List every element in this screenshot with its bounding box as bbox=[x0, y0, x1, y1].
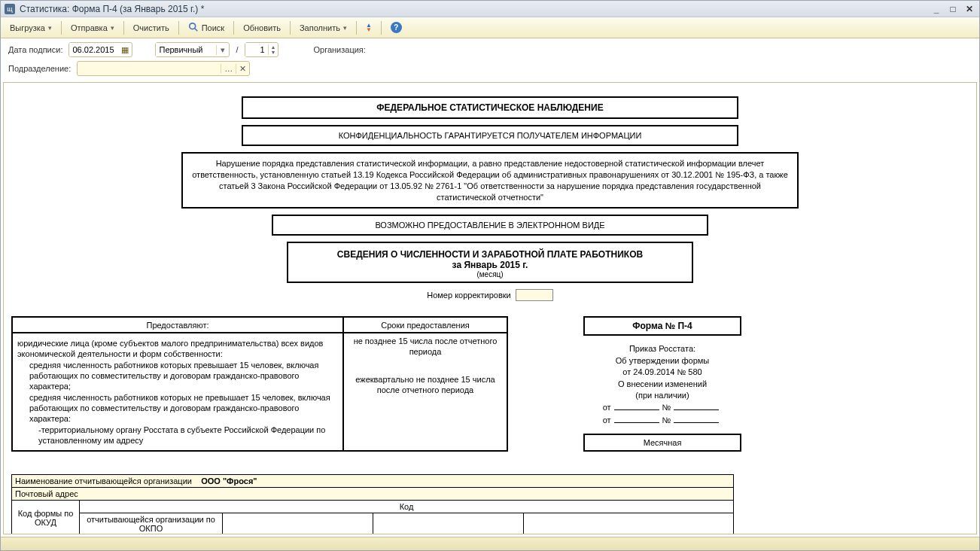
search-icon bbox=[188, 22, 199, 34]
fill-button[interactable]: Заполнить▾ bbox=[294, 20, 352, 36]
sort-button[interactable]: ▲▼ bbox=[361, 20, 377, 36]
clear-button[interactable]: Очистить bbox=[128, 20, 175, 36]
correction-input[interactable] bbox=[516, 289, 553, 301]
info-title: СВЕДЕНИЯ О ЧИСЛЕННОСТИ И ЗАРАБОТНОЙ ПЛАТ… bbox=[296, 249, 684, 260]
type-combo[interactable]: ▾ bbox=[155, 42, 230, 57]
separator bbox=[356, 21, 357, 35]
chevron-down-icon: ▾ bbox=[111, 24, 114, 32]
separator bbox=[233, 21, 234, 35]
help-button[interactable]: ? bbox=[385, 20, 407, 36]
table-org: Наименование отчитывающейся организации … bbox=[11, 474, 734, 534]
box-electronic: ВОЗМОЖНО ПРЕДОСТАВЛЕНИЕ В ЭЛЕКТРОННОМ ВИ… bbox=[272, 215, 708, 236]
code-header: Код bbox=[80, 501, 734, 513]
date-label: Дата подписи: bbox=[8, 45, 62, 54]
okud-label: Код формы по ОКУД bbox=[12, 501, 80, 534]
find-button[interactable]: Поиск bbox=[183, 20, 230, 36]
minimize-button[interactable]: _ bbox=[930, 3, 942, 15]
help-icon: ? bbox=[391, 22, 402, 33]
separator bbox=[381, 21, 382, 35]
box-info: СВЕДЕНИЯ О ЧИСЛЕННОСТИ И ЗАРАБОТНОЙ ПЛАТ… bbox=[287, 242, 693, 283]
form-number: Форма № П-4 bbox=[583, 316, 741, 336]
ellipsis-icon[interactable]: … bbox=[221, 64, 236, 73]
up-icon[interactable]: ▲ bbox=[271, 44, 276, 50]
separator bbox=[61, 21, 62, 35]
layout-3col: Предоставляют: Сроки предоставления юрид… bbox=[11, 316, 969, 452]
box-federal: ФЕДЕРАЛЬНОЕ СТАТИСТИЧЕСКОЕ НАБЛЮДЕНИЕ bbox=[242, 96, 738, 119]
subdiv-label: Подразделение: bbox=[8, 64, 71, 73]
chevron-down-icon[interactable]: ▾ bbox=[216, 45, 229, 55]
maximize-button[interactable]: □ bbox=[947, 3, 959, 15]
type-input[interactable] bbox=[156, 43, 216, 56]
org-name-label: Наименование отчитывающейся организации bbox=[15, 476, 192, 486]
svg-point-0 bbox=[189, 23, 195, 29]
refresh-button[interactable]: Обновить bbox=[238, 20, 286, 36]
app-icon: щ bbox=[5, 4, 15, 14]
box-confidential: КОНФИДЕНЦИАЛЬНОСТЬ ГАРАНТИРУЕТСЯ ПОЛУЧАТ… bbox=[242, 125, 738, 146]
svg-line-1 bbox=[194, 28, 197, 31]
subdiv-field[interactable]: … ✕ bbox=[77, 61, 250, 76]
date-field[interactable]: ▦ bbox=[68, 42, 132, 57]
order-info: Приказ Росстата: Об утверждении формы от… bbox=[583, 343, 741, 426]
table-provide: Предоставляют: Сроки предоставления юрид… bbox=[11, 316, 508, 452]
titlebar: щ Статистика: Форма П-4 (за Январь 2015 … bbox=[1, 1, 979, 17]
org-name-row: Наименование отчитывающейся организации … bbox=[12, 475, 734, 488]
periodicity: Месячная bbox=[583, 434, 741, 452]
clear-icon[interactable]: ✕ bbox=[236, 64, 249, 74]
down-icon[interactable]: ▼ bbox=[271, 50, 276, 55]
window-title: Статистика: Форма П-4 (за Январь 2015 г.… bbox=[20, 4, 204, 14]
post-addr-row: Почтовый адрес bbox=[12, 488, 734, 501]
app-window: щ Статистика: Форма П-4 (за Январь 2015 … bbox=[0, 0, 980, 551]
params-row-1: Дата подписи: ▦ ▾ / ▲▼ Организация: bbox=[1, 38, 979, 61]
form-meta: Форма № П-4 Приказ Росстата: Об утвержде… bbox=[583, 316, 741, 452]
seq-spin[interactable]: ▲▼ bbox=[245, 42, 279, 57]
correction-label: Номер корректировки bbox=[427, 291, 510, 300]
separator bbox=[123, 21, 124, 35]
org-name-value: ООО "Фрося" bbox=[201, 476, 257, 486]
slash-label: / bbox=[236, 45, 238, 54]
post-addr-label: Почтовый адрес bbox=[15, 489, 78, 498]
export-button[interactable]: Выгрузка▾ bbox=[5, 20, 57, 36]
okpo-label: отчитывающейся организации по ОКПО bbox=[80, 513, 223, 534]
info-period: за Январь 2015 г. bbox=[296, 260, 684, 270]
empty-cell bbox=[223, 513, 373, 534]
date-line-2: от№ bbox=[583, 414, 741, 426]
provide-cell: юридические лица (кроме субъектов малого… bbox=[12, 333, 343, 451]
separator bbox=[178, 21, 179, 35]
empty-cell bbox=[524, 513, 734, 534]
document-body: ФЕДЕРАЛЬНОЕ СТАТИСТИЧЕСКОЕ НАБЛЮДЕНИЕ КО… bbox=[4, 83, 976, 534]
close-button[interactable]: ✕ bbox=[963, 3, 975, 15]
deadline-cell: не позднее 15 числа после отчетного пери… bbox=[343, 333, 507, 451]
box-warning: Нарушение порядка представления статисти… bbox=[181, 152, 799, 209]
correction-row: Номер корректировки bbox=[11, 289, 969, 301]
chevron-down-icon: ▾ bbox=[48, 24, 52, 32]
separator bbox=[290, 21, 291, 35]
empty-cell bbox=[373, 513, 524, 534]
seq-input[interactable] bbox=[245, 43, 268, 56]
chevron-down-icon: ▾ bbox=[343, 24, 347, 32]
info-note: (месяц) bbox=[296, 270, 684, 279]
deadline-header: Сроки предоставления bbox=[343, 317, 507, 333]
subdiv-input[interactable] bbox=[78, 62, 221, 75]
params-row-2: Подразделение: … ✕ bbox=[1, 61, 979, 80]
status-bar bbox=[1, 537, 979, 550]
updown-icon: ▲▼ bbox=[366, 23, 372, 32]
document-area[interactable]: ФЕДЕРАЛЬНОЕ СТАТИСТИЧЕСКОЕ НАБЛЮДЕНИЕ КО… bbox=[3, 82, 977, 534]
gap bbox=[508, 316, 583, 452]
provide-header: Предоставляют: bbox=[12, 317, 343, 333]
send-button[interactable]: Отправка▾ bbox=[65, 20, 120, 36]
calendar-icon[interactable]: ▦ bbox=[118, 45, 132, 55]
date-line-1: от№ bbox=[583, 401, 741, 413]
toolbar: Выгрузка▾ Отправка▾ Очистить Поиск Обнов… bbox=[1, 17, 979, 38]
date-input[interactable] bbox=[69, 43, 118, 56]
org-label: Организация: bbox=[313, 45, 365, 54]
